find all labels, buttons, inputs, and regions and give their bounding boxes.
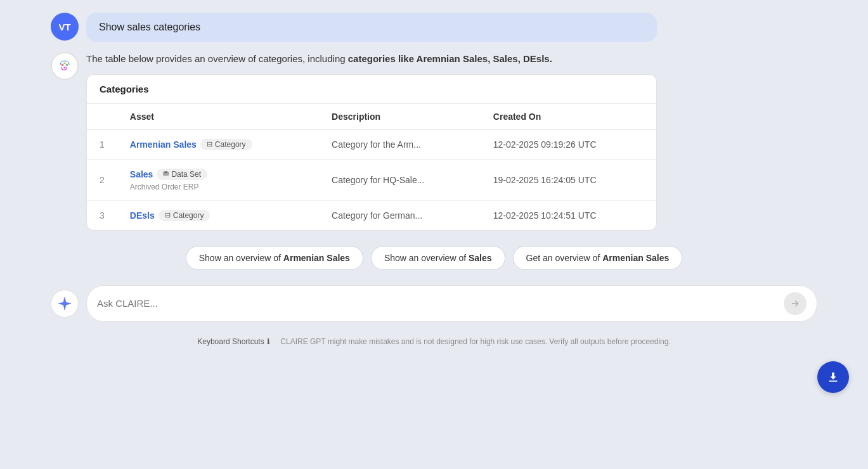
ai-intro-text: The table below provides an overview of … <box>86 52 657 67</box>
row-description: Category for the Arm... <box>319 129 481 159</box>
user-bubble: Show sales categories <box>86 13 657 42</box>
categories-table: Asset Description Created On 1Armenian S… <box>87 104 656 230</box>
row-description: Category for German... <box>319 200 481 230</box>
user-initials: VT <box>58 22 70 32</box>
suggestions-row: Show an overview of Armenian Sales Show … <box>51 246 817 270</box>
row-asset: DEsls⊟Category <box>117 200 319 230</box>
col-description: Description <box>319 104 481 130</box>
keyboard-shortcuts-link[interactable]: Keyboard Shortcuts ℹ <box>197 337 269 346</box>
keyboard-shortcuts-text: Keyboard Shortcuts <box>197 337 264 346</box>
input-container <box>86 285 817 322</box>
row-description: Category for HQ-Sale... <box>319 159 481 200</box>
row-number: 2 <box>87 159 117 200</box>
col-created: Created On <box>481 104 656 130</box>
row-asset: Armenian Sales⊟Category <box>117 129 319 159</box>
download-button[interactable] <box>817 361 849 393</box>
disclaimer-text: CLAIRE GPT might make mistakes and is no… <box>280 337 670 346</box>
table-header-row: Asset Description Created On <box>87 104 656 130</box>
chat-container: VT Show sales categories <box>0 13 868 354</box>
asset-name[interactable]: Armenian Sales <box>130 139 197 150</box>
user-avatar: VT <box>51 13 79 41</box>
table-row[interactable]: 1Armenian Sales⊟CategoryCategory for the… <box>87 129 656 159</box>
asset-tag: ⊟Category <box>200 139 252 150</box>
row-created-on: 12-02-2025 09:19:26 UTC <box>481 129 656 159</box>
user-message-row: VT Show sales categories <box>51 13 817 42</box>
col-asset: Asset <box>117 104 319 130</box>
ai-avatar <box>51 52 79 80</box>
ai-message-row: The table below provides an overview of … <box>51 52 817 231</box>
row-created-on: 19-02-2025 16:24:05 UTC <box>481 159 656 200</box>
asset-tag: ⊟Category <box>159 210 211 221</box>
row-created-on: 12-02-2025 10:24:51 UTC <box>481 200 656 230</box>
table-row[interactable]: 2Sales⛃Data SetArchived Order ERPCategor… <box>87 159 656 200</box>
categories-table-container: Categories Asset Description Created On … <box>86 74 657 231</box>
chat-input[interactable] <box>97 298 779 309</box>
asset-name[interactable]: Sales <box>130 169 153 179</box>
footer: Keyboard Shortcuts ℹ CLAIRE GPT might ma… <box>51 337 817 354</box>
ai-content: The table below provides an overview of … <box>86 52 657 231</box>
suggestion-chip-3[interactable]: Get an overview of Armenian Sales <box>513 246 683 270</box>
tag-icon: ⊟ <box>165 211 171 219</box>
send-button[interactable] <box>784 292 806 315</box>
user-message-text: Show sales categories <box>99 22 200 32</box>
table-section-title: Categories <box>100 84 149 94</box>
row-asset: Sales⛃Data SetArchived Order ERP <box>117 159 319 200</box>
table-body: 1Armenian Sales⊟CategoryCategory for the… <box>87 129 656 230</box>
row-number: 1 <box>87 129 117 159</box>
suggestion-chip-2[interactable]: Show an overview of Sales <box>371 246 505 270</box>
tag-icon: ⛃ <box>163 170 169 178</box>
row-number: 3 <box>87 200 117 230</box>
ai-intro-prefix: The table below provides an overview of … <box>86 53 346 64</box>
table-row[interactable]: 3DEsls⊟CategoryCategory for German...12-… <box>87 200 656 230</box>
asset-subtitle: Archived Order ERP <box>130 183 306 191</box>
tag-icon: ⊟ <box>207 140 212 148</box>
ai-intro-highlight: categories like Aremnian Sales, Sales, D… <box>348 53 552 64</box>
asset-tag: ⛃Data Set <box>157 169 207 180</box>
table-section-label: Categories <box>87 75 656 104</box>
suggestion-chip-1[interactable]: Show an overview of Armenian Sales <box>186 246 363 270</box>
info-icon: ℹ <box>267 337 270 346</box>
input-row <box>51 285 817 322</box>
claire-icon-button[interactable] <box>51 290 79 318</box>
col-number <box>87 104 117 130</box>
asset-name[interactable]: DEsls <box>130 210 155 221</box>
